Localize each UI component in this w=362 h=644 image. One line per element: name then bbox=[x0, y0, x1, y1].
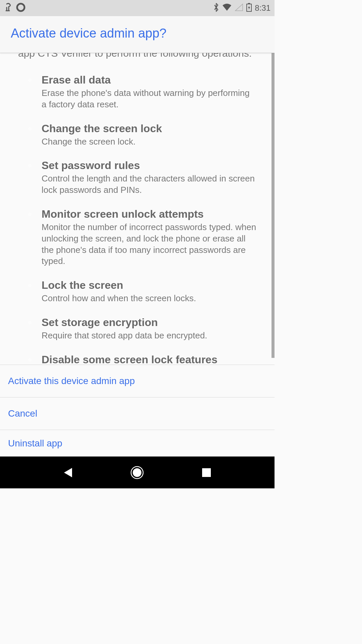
permission-item: Erase all data Erase the phone's data wi… bbox=[32, 74, 256, 110]
recents-button[interactable] bbox=[199, 465, 214, 480]
circle-icon bbox=[16, 3, 25, 13]
permission-title: Set storage encryption bbox=[42, 316, 256, 329]
permission-title: Set password rules bbox=[42, 159, 256, 172]
page-title: Activate device admin app? bbox=[11, 26, 264, 41]
svg-point-0 bbox=[17, 4, 24, 11]
intro-text: app CTS Verifier to perform the followin… bbox=[18, 53, 256, 60]
permission-title: Erase all data bbox=[42, 74, 256, 86]
permission-description: Change the screen lock. bbox=[42, 136, 256, 148]
svg-rect-2 bbox=[248, 3, 250, 4]
permission-item: Monitor screen unlock attempts Monitor t… bbox=[32, 208, 256, 267]
svg-point-4 bbox=[133, 468, 141, 477]
permission-title: Change the screen lock bbox=[42, 122, 256, 135]
status-bar: 8:31 bbox=[0, 0, 275, 16]
scrollbar[interactable] bbox=[272, 53, 275, 358]
permission-list: Erase all data Erase the phone's data wi… bbox=[18, 74, 256, 379]
activate-button[interactable]: Activate this device admin app bbox=[0, 365, 275, 397]
page-header: Activate device admin app? bbox=[0, 16, 275, 53]
bluetooth-icon bbox=[213, 3, 219, 13]
status-time: 8:31 bbox=[255, 3, 270, 13]
cellular-icon bbox=[235, 3, 243, 13]
svg-rect-5 bbox=[202, 468, 211, 477]
permission-title: Disable some screen lock features bbox=[42, 354, 256, 366]
cancel-button[interactable]: Cancel bbox=[0, 397, 275, 430]
status-left-icons bbox=[4, 3, 25, 13]
permission-description: Control the length and the characters al… bbox=[42, 173, 256, 196]
status-right-icons: 8:31 bbox=[213, 3, 270, 13]
permission-description: Control how and when the screen locks. bbox=[42, 293, 256, 304]
wifi-icon bbox=[222, 3, 232, 13]
permission-item: Set storage encryption Require that stor… bbox=[32, 316, 256, 341]
fi-icon bbox=[4, 3, 12, 13]
permission-description: Monitor the number of incorrect password… bbox=[42, 222, 256, 267]
action-buttons: Activate this device admin app Cancel Un… bbox=[0, 365, 275, 457]
permission-title: Lock the screen bbox=[42, 279, 256, 291]
home-button[interactable] bbox=[130, 465, 144, 480]
permission-title: Monitor screen unlock attempts bbox=[42, 208, 256, 220]
uninstall-button[interactable]: Uninstall app bbox=[0, 430, 275, 457]
permission-item: Lock the screen Control how and when the… bbox=[32, 279, 256, 304]
battery-charging-icon bbox=[246, 3, 252, 13]
back-button[interactable] bbox=[61, 465, 75, 480]
permission-item: Set password rules Control the length an… bbox=[32, 159, 256, 196]
permission-description: Require that stored app data be encrypte… bbox=[42, 330, 256, 341]
navigation-bar bbox=[0, 457, 275, 488]
permission-description: Erase the phone's data without warning b… bbox=[42, 88, 256, 110]
permission-item: Change the screen lock Change the screen… bbox=[32, 122, 256, 148]
